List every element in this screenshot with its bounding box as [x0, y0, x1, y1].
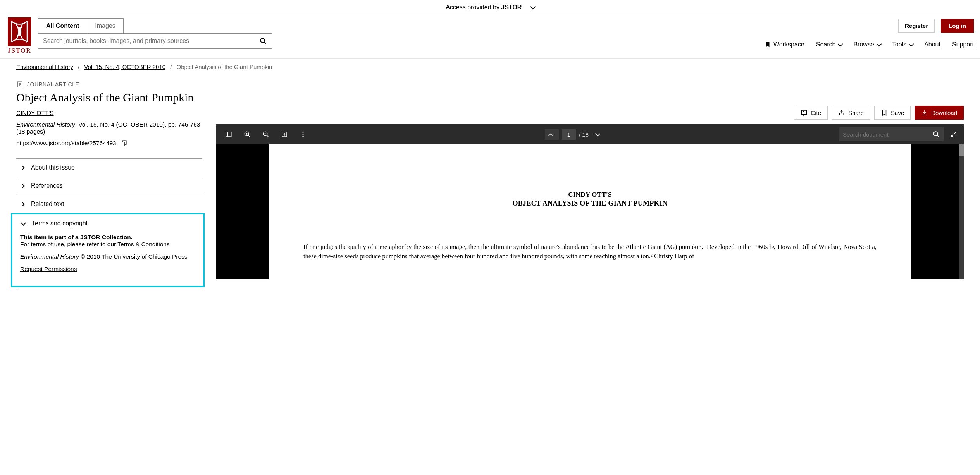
fit-width-button[interactable] — [279, 129, 290, 140]
terms-conditions-link[interactable]: Terms & Conditions — [117, 241, 169, 247]
save-button[interactable]: Save — [874, 106, 911, 120]
document-page[interactable]: CINDY OTT'S OBJECT ANALYSIS OF THE GIANT… — [269, 144, 911, 279]
cite-label: Cite — [811, 110, 821, 116]
content-type-label: JOURNAL ARTICLE — [16, 81, 202, 88]
search-button[interactable] — [255, 34, 272, 48]
svg-point-23 — [303, 132, 304, 133]
nav-browse-label: Browse — [853, 41, 874, 48]
chevron-down-icon — [20, 220, 26, 227]
next-page-button[interactable] — [592, 129, 603, 140]
bookmark-icon — [764, 41, 771, 48]
total-pages: / 18 — [579, 131, 589, 138]
tab-all-content[interactable]: All Content — [38, 19, 87, 33]
article-actions: Cite Share Save Download — [216, 106, 964, 120]
current-page[interactable]: 1 — [562, 129, 576, 140]
svg-point-24 — [303, 134, 304, 135]
search-icon[interactable] — [933, 131, 940, 138]
accordion-terms[interactable]: Terms and copyright This item is part of… — [12, 214, 203, 286]
chevron-right-icon — [19, 201, 25, 207]
prev-page-button[interactable] — [545, 129, 559, 140]
request-permissions-link[interactable]: Request Permissions — [20, 266, 77, 272]
page-controls: 1 / 18 — [545, 129, 603, 140]
viewer-toolbar: 1 / 18 — [216, 124, 964, 144]
accordion-label: Terms and copyright — [32, 220, 88, 227]
svg-point-25 — [303, 136, 304, 137]
download-button[interactable]: Download — [915, 106, 964, 120]
stable-url-text: https://www.jstor.org/stable/25764493 — [16, 140, 116, 147]
logo-text: JSTOR — [8, 47, 32, 55]
svg-line-27 — [937, 135, 939, 137]
svg-line-20 — [267, 135, 269, 137]
zoom-out-button[interactable] — [260, 129, 271, 140]
breadcrumb: Environmental History / Vol. 15, No. 4, … — [0, 59, 980, 75]
accordion-label: About this issue — [31, 164, 75, 171]
viewer-scrollbar[interactable] — [959, 144, 964, 279]
access-provider-bar[interactable]: Access provided by JSTOR — [0, 0, 980, 15]
save-label: Save — [891, 110, 904, 116]
zoom-in-button[interactable] — [242, 129, 253, 140]
chevron-down-icon — [909, 41, 913, 48]
search-box — [38, 33, 272, 49]
terms-copyright: © 2010 — [79, 253, 102, 260]
toggle-sidebar-button[interactable] — [223, 129, 234, 140]
search-input[interactable] — [38, 38, 255, 45]
sidebar-icon — [225, 131, 232, 138]
external-link-icon[interactable] — [120, 140, 127, 147]
nav-tools[interactable]: Tools — [892, 41, 913, 48]
content-area: JOURNAL ARTICLE Object Analysis of the G… — [0, 75, 980, 290]
journal-link[interactable]: Environmental History — [16, 121, 75, 128]
logo-mark: J — [8, 17, 31, 46]
nav-search[interactable]: Search — [816, 41, 842, 48]
search-tabs: All Content Images — [38, 18, 124, 33]
article-title: Object Analysis of the Giant Pumpkin — [16, 91, 202, 104]
scrollbar-thumb[interactable] — [959, 144, 964, 156]
breadcrumb-issue[interactable]: Vol. 15, No. 4, OCTOBER 2010 — [84, 63, 165, 70]
chevron-right-icon — [19, 182, 25, 189]
nav-support[interactable]: Support — [952, 41, 974, 48]
accordion-references[interactable]: References — [16, 177, 202, 195]
chevron-right-icon — [19, 164, 25, 171]
article-author[interactable]: CINDY OTT'S — [16, 110, 54, 117]
nav-tools-label: Tools — [892, 41, 906, 48]
chevron-down-icon — [530, 4, 534, 10]
document-viewer: 1 / 18 CINDY OTT'S OBJECT ANALYSIS OF TH… — [216, 124, 964, 279]
type-label-text: JOURNAL ARTICLE — [27, 81, 79, 87]
svg-rect-10 — [802, 110, 807, 115]
expand-icon — [950, 131, 957, 138]
register-button[interactable]: Register — [898, 19, 935, 33]
more-options-button[interactable] — [298, 129, 308, 140]
breadcrumb-journal[interactable]: Environmental History — [16, 63, 73, 70]
breadcrumb-current: Object Analysis of the Giant Pumpkin — [177, 63, 272, 70]
accordion-label: Related text — [31, 201, 64, 207]
doc-body-text: If one judges the quality of a metaphor … — [303, 242, 877, 261]
nav-browse[interactable]: Browse — [853, 41, 880, 48]
accordion-bottom-border — [16, 290, 202, 290]
doc-title: OBJECT ANALYSIS OF THE GIANT PUMPKIN — [303, 199, 877, 207]
accordion-related-text[interactable]: Related text — [16, 195, 202, 213]
fullscreen-button[interactable] — [948, 129, 959, 140]
accordion-about-issue[interactable]: About this issue — [16, 158, 202, 177]
share-icon — [838, 109, 845, 116]
svg-rect-13 — [226, 132, 231, 137]
cite-button[interactable]: Cite — [794, 106, 828, 120]
zoom-in-icon — [244, 131, 251, 138]
logo[interactable]: J JSTOR — [8, 17, 32, 55]
tab-images[interactable]: Images — [87, 19, 123, 33]
zoom-out-icon — [262, 131, 269, 138]
share-button[interactable]: Share — [832, 106, 870, 120]
nav-workspace-label: Workspace — [773, 41, 804, 48]
login-button[interactable]: Log in — [941, 19, 974, 33]
svg-point-2 — [260, 38, 265, 43]
access-provider: JSTOR — [501, 4, 522, 10]
nav-about[interactable]: About — [924, 41, 940, 48]
right-column: Cite Share Save Download — [216, 75, 964, 279]
header-row: J JSTOR All Content Images Register Log … — [0, 15, 980, 59]
svg-line-3 — [264, 42, 266, 44]
publisher-link[interactable]: The University of Chicago Press — [102, 253, 187, 260]
terms-prefix: For terms of use, please refer to our — [20, 241, 117, 247]
download-icon — [921, 109, 928, 116]
nav-workspace[interactable]: Workspace — [764, 41, 804, 48]
document-search-input[interactable] — [843, 131, 933, 138]
nav-search-label: Search — [816, 41, 836, 48]
cite-icon — [801, 109, 808, 116]
